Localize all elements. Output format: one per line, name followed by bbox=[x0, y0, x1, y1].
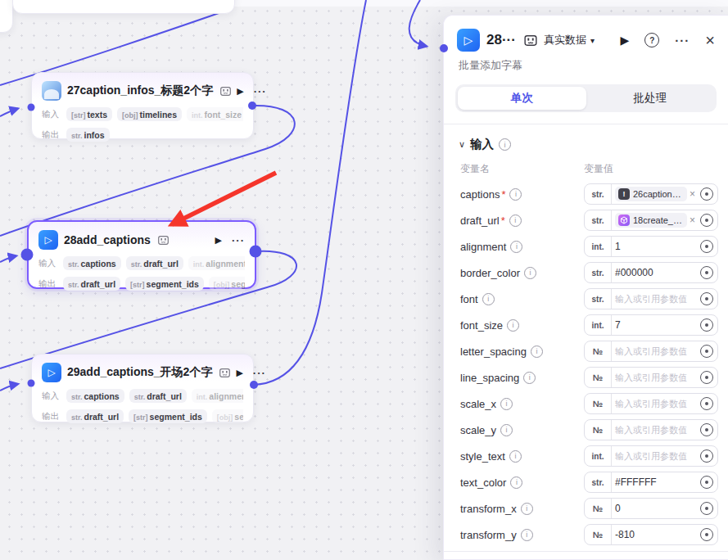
help-icon[interactable]: ? bbox=[644, 33, 659, 47]
value-area[interactable]: 0 bbox=[612, 503, 699, 514]
param-value-input[interactable]: №输入或引用参数值 bbox=[584, 341, 718, 362]
node-more-icon[interactable]: ··· bbox=[253, 367, 266, 379]
reference-target-icon[interactable] bbox=[700, 502, 713, 515]
info-icon[interactable]: i bbox=[509, 450, 522, 463]
collapse-chevron-icon[interactable]: ∨ bbox=[459, 139, 465, 150]
param-value-input[interactable]: №-810 bbox=[584, 524, 718, 545]
reference-target-icon[interactable] bbox=[700, 449, 713, 463]
info-icon[interactable]: i bbox=[499, 138, 511, 151]
node-more-icon[interactable]: ··· bbox=[254, 85, 267, 97]
param-value-input[interactable]: str.#000000 bbox=[584, 262, 718, 283]
value-placeholder: 输入或引用参数值 bbox=[615, 293, 687, 305]
value-area[interactable]: 输入或引用参数值 bbox=[612, 372, 699, 384]
param-value-input[interactable]: int.输入或引用参数值 bbox=[584, 445, 718, 467]
mode-tabs: 单次 批处理 bbox=[455, 84, 717, 112]
info-icon[interactable]: i bbox=[524, 267, 536, 279]
reference-target-icon[interactable] bbox=[700, 345, 713, 358]
info-icon[interactable]: i bbox=[510, 241, 522, 253]
run-node-icon[interactable]: ▶ bbox=[237, 86, 243, 97]
reference-target-icon[interactable] bbox=[700, 371, 713, 384]
reference-target-icon[interactable] bbox=[700, 318, 713, 332]
param-name: font_sizei bbox=[460, 319, 584, 332]
node-27-icon bbox=[42, 81, 61, 101]
param-chip-segment: [obj]segment bbox=[212, 409, 243, 423]
info-icon[interactable]: i bbox=[507, 319, 519, 332]
param-value-input[interactable]: №输入或引用参数值 bbox=[584, 393, 718, 414]
param-value-input[interactable]: str.#FFFFFF bbox=[584, 472, 718, 493]
reference-chip[interactable]: !26caption_··· bbox=[615, 187, 687, 201]
value-area[interactable]: #FFFFFF bbox=[612, 476, 699, 488]
info-icon[interactable]: i bbox=[482, 293, 495, 305]
value-area[interactable]: 输入或引用参数值 bbox=[612, 450, 699, 463]
value-area[interactable]: 1 bbox=[612, 241, 699, 252]
close-icon[interactable]: × bbox=[705, 32, 715, 48]
node-28add_captions[interactable]: ▷ 28add_captions ▶ ··· 输入str.captionsstr… bbox=[27, 220, 256, 289]
reference-target-icon[interactable] bbox=[700, 528, 713, 541]
value-area[interactable]: 输入或引用参数值 bbox=[612, 398, 699, 410]
data-mode-label: 真实数据 bbox=[544, 33, 586, 47]
info-icon[interactable]: i bbox=[531, 345, 543, 358]
value-area[interactable]: 输入或引用参数值 bbox=[612, 424, 699, 436]
partial-node-corner[interactable] bbox=[0, 0, 13, 33]
info-icon[interactable]: i bbox=[509, 188, 522, 201]
value-area[interactable]: 18create_d···× bbox=[612, 213, 699, 228]
run-button[interactable]: ▶ bbox=[621, 34, 630, 47]
param-value-input[interactable]: int.7 bbox=[584, 314, 718, 336]
run-node-icon[interactable]: ▶ bbox=[215, 235, 222, 246]
info-icon[interactable]: i bbox=[500, 398, 513, 410]
remove-reference-icon[interactable]: × bbox=[690, 215, 695, 226]
node-more-icon[interactable]: ··· bbox=[232, 234, 245, 246]
param-value-input[interactable]: int.1 bbox=[584, 236, 718, 257]
reference-target-icon[interactable] bbox=[700, 423, 713, 436]
reference-target-icon[interactable] bbox=[700, 214, 713, 227]
param-value-input[interactable]: №输入或引用参数值 bbox=[584, 367, 718, 388]
param-chip-alignment: int.alignment bbox=[188, 256, 245, 270]
remove-reference-icon[interactable]: × bbox=[690, 188, 695, 200]
param-chip-draft_url: str.draft_url bbox=[66, 409, 124, 423]
info-icon[interactable]: i bbox=[521, 503, 533, 515]
param-value-input[interactable]: №0 bbox=[584, 498, 718, 519]
value-area[interactable]: 输入或引用参数值 bbox=[612, 345, 699, 358]
data-mode-dropdown[interactable]: 真实数据 ▾ bbox=[544, 33, 595, 47]
tab-single[interactable]: 单次 bbox=[458, 87, 586, 110]
param-chip-captions: str.captions bbox=[63, 256, 121, 270]
param-value-text: #000000 bbox=[615, 267, 653, 278]
reference-target-icon[interactable] bbox=[700, 240, 713, 253]
value-area[interactable]: -810 bbox=[612, 529, 699, 540]
info-icon[interactable]: i bbox=[521, 529, 533, 541]
edge-into-node27 bbox=[0, 109, 18, 117]
partial-node-top[interactable] bbox=[12, 0, 235, 14]
param-name: draft_url*i bbox=[460, 215, 584, 227]
panel-more-icon[interactable]: ··· bbox=[675, 34, 690, 47]
reference-target-icon[interactable] bbox=[700, 476, 713, 489]
reference-target-icon[interactable] bbox=[700, 187, 713, 201]
node-27caption_infos[interactable]: 27caption_infos_标题2个字 ▶ ··· 输入[str]texts… bbox=[31, 72, 254, 139]
reference-target-icon[interactable] bbox=[700, 266, 713, 279]
value-area[interactable]: 7 bbox=[612, 319, 699, 331]
type-tag: № bbox=[585, 499, 612, 518]
value-area[interactable]: !26caption_···× bbox=[612, 187, 699, 201]
reference-chip[interactable]: 18create_d··· bbox=[615, 213, 687, 228]
info-icon[interactable]: i bbox=[500, 424, 513, 436]
param-value-input[interactable]: str.输入或引用参数值 bbox=[584, 288, 718, 309]
param-value-input[interactable]: str.!26caption_···× bbox=[584, 183, 718, 205]
info-icon[interactable]: i bbox=[510, 476, 522, 489]
reference-target-icon[interactable] bbox=[700, 292, 713, 305]
reference-target-icon[interactable] bbox=[700, 397, 713, 410]
value-area[interactable]: #000000 bbox=[612, 267, 699, 278]
run-node-icon[interactable]: ▶ bbox=[236, 368, 242, 378]
param-row-font_size: font_sizeiint.7 bbox=[460, 312, 718, 338]
param-row-letter_spacing: letter_spacingi№输入或引用参数值 bbox=[460, 338, 718, 364]
value-area[interactable]: 输入或引用参数值 bbox=[612, 293, 699, 305]
info-icon[interactable]: i bbox=[509, 215, 522, 227]
param-value-input[interactable]: str.18create_d···× bbox=[584, 210, 718, 231]
panel-node-icon: ▷ bbox=[457, 29, 480, 52]
inputs-label: 输入 bbox=[38, 258, 58, 269]
info-icon[interactable]: i bbox=[523, 372, 536, 384]
node-29add_captions[interactable]: ▷ 29add_captions_开场2个字 ▶ ··· 输入str.capti… bbox=[31, 354, 254, 422]
type-tag: str. bbox=[585, 289, 612, 309]
annotation-icon[interactable] bbox=[524, 35, 537, 46]
tab-batch[interactable]: 批处理 bbox=[586, 87, 715, 110]
param-value-input[interactable]: №输入或引用参数值 bbox=[584, 419, 718, 440]
outputs-label: 输出 bbox=[42, 411, 61, 422]
